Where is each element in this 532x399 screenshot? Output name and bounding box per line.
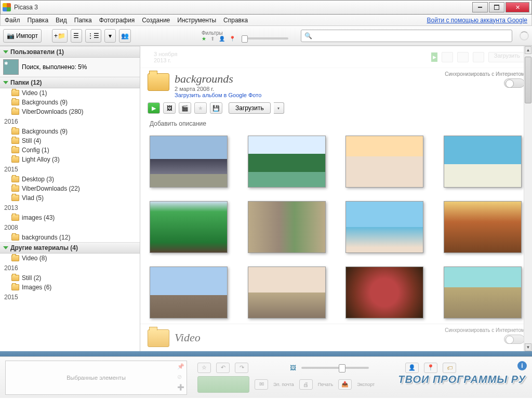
thumbnail[interactable] — [345, 267, 423, 318]
filter-upload-icon[interactable]: ⬆ — [210, 36, 215, 42]
filter-slider[interactable] — [242, 37, 288, 39]
google-login-link[interactable]: Войти с помощью аккаунта Google — [427, 17, 527, 24]
slideshow-button[interactable]: ▶ — [148, 102, 160, 114]
menu-help[interactable]: Справка — [223, 17, 248, 24]
info-icon[interactable]: i — [517, 361, 527, 370]
add-folder-button[interactable]: +📁 — [52, 29, 68, 43]
sidebar-folder-item[interactable]: backgrounds (12) — [0, 233, 140, 242]
thumbnail[interactable] — [345, 136, 423, 188]
thumbnail[interactable] — [248, 136, 326, 188]
sidebar-folder-item[interactable]: Desktop (3) — [0, 175, 140, 184]
thumbnail[interactable] — [248, 267, 326, 318]
filter-star-icon[interactable]: ★ — [202, 36, 206, 42]
star-button[interactable]: ☆ — [197, 363, 211, 373]
ghost-upload-btn[interactable]: Загрузить — [488, 52, 526, 62]
filter-geo-icon[interactable]: 📍 — [229, 36, 235, 42]
sidebar-folder-item[interactable]: Still (2) — [0, 273, 140, 283]
menu-file[interactable]: Файл — [5, 17, 20, 24]
sync-toggle[interactable] — [504, 78, 525, 88]
thumbnail[interactable] — [444, 267, 522, 318]
google-photos-button[interactable] — [197, 376, 249, 393]
sidebar-folder-item[interactable]: Still (4) — [0, 136, 140, 145]
menu-edit[interactable]: Правка — [28, 17, 49, 24]
people-button[interactable]: 👥 — [119, 29, 131, 43]
sidebar-users-header[interactable]: Пользователи (1) — [0, 46, 140, 58]
menu-view[interactable]: Вид — [56, 17, 67, 24]
geotag-button[interactable]: 📍 — [424, 363, 437, 373]
menu-tools[interactable]: Инструменты — [177, 17, 216, 24]
collage-button[interactable]: 🖼 — [163, 102, 176, 114]
upload-dropdown[interactable]: ▾ — [274, 102, 284, 114]
zoom-slider[interactable] — [301, 367, 369, 369]
thumbnail[interactable] — [248, 201, 326, 253]
import-label: Импорт — [16, 32, 38, 39]
dropdown-button[interactable]: ▾ — [104, 29, 116, 43]
menu-folder[interactable]: Папка — [74, 17, 92, 24]
save-button[interactable]: 💾 — [210, 102, 222, 114]
sidebar-folder-item[interactable]: Backgrounds (9) — [0, 127, 140, 136]
sidebar-year-label: 2013 — [0, 203, 140, 213]
upload-button[interactable]: Загрузить — [229, 102, 271, 114]
sidebar-folder-item[interactable]: Video (1) — [0, 88, 140, 98]
thumbnail[interactable] — [150, 136, 228, 188]
sidebar-folder-item[interactable]: Vlad (5) — [0, 193, 140, 203]
sync-toggle[interactable] — [504, 335, 525, 344]
play-icon[interactable]: ▶ — [431, 52, 437, 62]
sidebar-folder-item[interactable]: Images (6) — [0, 283, 140, 292]
thumbnail[interactable] — [345, 201, 423, 253]
thumbnail[interactable] — [150, 201, 228, 253]
add-icon[interactable]: ➕ — [177, 384, 184, 391]
scroll-down-icon[interactable]: ▼ — [525, 343, 531, 351]
sidebar-folder-item[interactable]: Config (1) — [0, 145, 140, 155]
maximize-button[interactable] — [489, 2, 504, 12]
scroll-up-icon[interactable]: ▲ — [525, 46, 531, 54]
folder-icon — [11, 90, 19, 96]
view-tree-button[interactable]: ⋮☰ — [85, 29, 101, 43]
view-list-button[interactable]: ☰ — [71, 29, 82, 43]
folder-icon — [11, 138, 19, 144]
album-description[interactable]: Добавить описание — [140, 117, 532, 130]
upload-album-link[interactable]: Загрузить альбом в Google Фото — [175, 92, 261, 98]
sync-area: Синхронизировать с Интернетом — [445, 71, 525, 88]
sidebar-folder-item[interactable]: ViberDownloads (22) — [0, 184, 140, 193]
content-scrollbar[interactable]: ▲ ▼ — [524, 46, 532, 351]
rotate-left-button[interactable]: ↶ — [216, 363, 230, 373]
album-date: 2 марта 2008 г. — [175, 86, 261, 92]
collapse-icon — [3, 81, 8, 84]
selection-tray[interactable]: Выбранные элементы 📌 ⊘ ➕ — [5, 361, 187, 395]
email-button[interactable]: ✉ — [255, 379, 268, 390]
rotate-right-button[interactable]: ↷ — [235, 363, 248, 373]
scrollbar-thumb[interactable] — [525, 57, 531, 103]
tag-button[interactable]: 🏷 — [443, 363, 456, 373]
movie-button[interactable]: 🎬 — [179, 102, 191, 114]
filter-face-icon[interactable]: 👤 — [219, 36, 225, 42]
sidebar-folders-header[interactable]: Папки (12) — [0, 77, 140, 88]
clear-icon[interactable]: ⊘ — [177, 374, 184, 381]
close-button[interactable] — [506, 2, 529, 12]
search-box[interactable]: 🔍 — [301, 30, 512, 42]
pin-icon[interactable]: 📌 — [177, 363, 184, 370]
print-button[interactable]: 🖨 — [299, 379, 313, 390]
sidebar-other-header[interactable]: Другие материалы (4) — [0, 242, 140, 254]
ghost-btn[interactable] — [473, 52, 484, 62]
tag-person-button[interactable]: 👤 — [405, 363, 419, 373]
sidebar-folder-item[interactable]: Light Alloy (3) — [0, 155, 140, 164]
search-input[interactable] — [314, 32, 509, 39]
import-button[interactable]: 📷 Импорт — [3, 29, 42, 43]
star-button[interactable]: ★ — [194, 102, 207, 114]
sidebar-folder-item[interactable]: Video (8) — [0, 254, 140, 263]
sidebar-folder-item[interactable]: ViberDownloads (280) — [0, 107, 140, 116]
album-toolbar: ▶ 🖼 🎬 ★ 💾 Загрузить ▾ — [140, 102, 532, 117]
thumbnail[interactable] — [150, 267, 228, 318]
minimize-button[interactable] — [472, 2, 488, 12]
thumbnail[interactable] — [444, 136, 522, 188]
sidebar-folder-item[interactable]: images (43) — [0, 213, 140, 222]
sidebar-folder-item[interactable]: Backgrounds (9) — [0, 98, 140, 107]
menu-create[interactable]: Создание — [142, 17, 170, 24]
ghost-btn[interactable] — [442, 52, 453, 62]
ghost-date: 3 ноября 2013 г. — [154, 51, 181, 63]
export-button[interactable]: 📤 — [338, 379, 352, 390]
thumbnail[interactable] — [444, 201, 522, 253]
ghost-btn[interactable] — [457, 52, 469, 62]
menu-photo[interactable]: Фотография — [99, 17, 135, 24]
